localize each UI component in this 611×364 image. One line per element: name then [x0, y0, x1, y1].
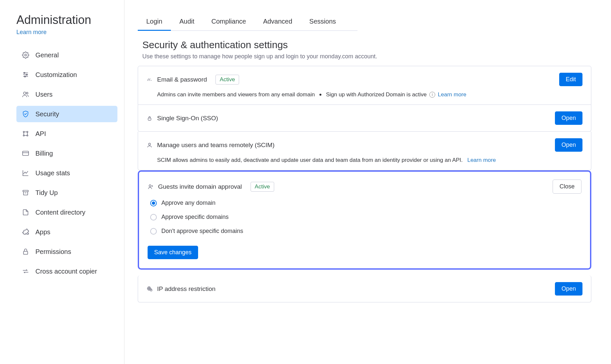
page-title: Security & authentication settings	[138, 39, 591, 50]
svg-point-0	[25, 54, 27, 56]
sidebar-item-label: API	[35, 130, 46, 138]
sidebar-item-label: Security	[35, 110, 59, 118]
card-title: IP address restriction	[157, 285, 215, 293]
tabs: Login Audit Compliance Advanced Sessions	[138, 13, 357, 31]
sidebar-item-label: General	[35, 51, 59, 59]
card-title: Email & password	[157, 76, 207, 83]
radio-label: Don't approve specific domains	[161, 228, 243, 235]
open-button[interactable]: Open	[555, 111, 582, 125]
svg-point-18	[151, 80, 151, 81]
svg-rect-13	[23, 151, 29, 156]
sidebar-item-api[interactable]: API	[16, 125, 117, 142]
users-icon	[22, 90, 30, 98]
puzzle-icon	[22, 228, 30, 236]
sidebar-item-label: Cross account copier	[35, 267, 97, 275]
status-badge: Active	[215, 75, 239, 85]
sidebar-item-label: Billing	[35, 149, 53, 157]
svg-point-10	[27, 131, 28, 133]
card-email-password: Email & password Active Edit Admins can …	[138, 66, 591, 105]
svg-rect-19	[148, 118, 151, 120]
radio-indicator	[150, 214, 157, 220]
transfer-icon	[22, 267, 30, 275]
tab-audit[interactable]: Audit	[171, 13, 203, 30]
tab-compliance[interactable]: Compliance	[203, 13, 255, 30]
shield-icon	[22, 110, 30, 118]
globe-lock-icon	[147, 286, 153, 292]
sidebar-item-label: Usage stats	[35, 169, 70, 177]
sidebar-item-tidy-up[interactable]: Tidy Up	[16, 184, 117, 201]
save-changes-button[interactable]: Save changes	[148, 246, 198, 259]
card-sso: Single Sign-On (SSO) Open	[138, 105, 591, 132]
archive-icon	[22, 189, 30, 197]
card-ip-restriction: IP address restriction Open	[138, 276, 591, 302]
sidebar-item-label: Customization	[35, 71, 77, 79]
svg-rect-15	[23, 190, 29, 192]
svg-point-9	[23, 131, 25, 133]
open-button[interactable]: Open	[555, 138, 582, 152]
svg-point-11	[23, 135, 25, 136]
svg-point-20	[149, 143, 151, 145]
learn-more-link[interactable]: Learn more	[438, 91, 466, 98]
radio-label: Approve any domain	[161, 200, 215, 206]
page-subtitle: Use these settings to manage how people …	[138, 53, 591, 60]
svg-point-8	[26, 92, 28, 94]
close-button[interactable]: Close	[553, 180, 581, 194]
credit-card-icon	[22, 149, 30, 157]
lock-icon	[22, 248, 30, 256]
desc-text: Admins can invite members and viewers fr…	[157, 91, 315, 98]
edit-button[interactable]: Edit	[559, 73, 582, 86]
sidebar-item-cross-account-copier[interactable]: Cross account copier	[16, 263, 117, 279]
svg-point-7	[24, 92, 26, 94]
sidebar-item-permissions[interactable]: Permissions	[16, 243, 117, 260]
document-icon	[22, 208, 30, 216]
radio-option-specific-domains[interactable]: Approve specific domains	[150, 214, 581, 220]
card-title: Guests invite domain approval	[158, 183, 242, 190]
sidebar-item-security[interactable]: Security	[16, 106, 117, 122]
tab-login[interactable]: Login	[138, 13, 171, 30]
sidebar-item-label: Content directory	[35, 208, 85, 216]
card-guests-invite: Guests invite domain approval Active Clo…	[138, 170, 591, 270]
radio-option-dont-approve[interactable]: Don't approve specific domains	[150, 228, 581, 235]
sidebar-item-usage-stats[interactable]: Usage stats	[16, 165, 117, 181]
sidebar-item-label: Users	[35, 90, 52, 98]
info-icon[interactable]: i	[429, 92, 435, 98]
sidebar-item-apps[interactable]: Apps	[16, 224, 117, 240]
radio-label: Approve specific domains	[161, 214, 229, 220]
separator-dot	[319, 94, 321, 96]
svg-rect-17	[24, 251, 28, 254]
sidebar-item-customization[interactable]: Customization	[16, 67, 117, 83]
sidebar-item-general[interactable]: General	[16, 47, 117, 63]
sidebar: Administration Learn more General Custom…	[0, 0, 125, 364]
chart-icon	[22, 169, 30, 177]
radio-option-any-domain[interactable]: Approve any domain	[150, 200, 581, 206]
sidebar-item-billing[interactable]: Billing	[16, 145, 117, 162]
sidebar-title: Administration	[16, 13, 117, 27]
tab-advanced[interactable]: Advanced	[255, 13, 301, 30]
sliders-icon	[22, 71, 30, 79]
api-icon	[22, 130, 30, 138]
monday-logo-icon	[147, 76, 153, 83]
svg-point-12	[27, 135, 28, 136]
sidebar-item-label: Permissions	[35, 248, 71, 256]
learn-more-link[interactable]: Learn more	[467, 157, 496, 163]
user-plus-icon	[148, 183, 154, 190]
radio-indicator	[150, 200, 157, 206]
open-button[interactable]: Open	[555, 282, 582, 296]
main-content: Login Audit Compliance Advanced Sessions…	[125, 0, 611, 364]
radio-group: Approve any domain Approve specific doma…	[148, 200, 581, 235]
card-description: SCIM allows admins to easily add, deacti…	[157, 157, 463, 163]
lock-icon	[147, 115, 153, 122]
status-badge: Active	[251, 182, 274, 192]
card-title: Single Sign-On (SSO)	[157, 115, 218, 122]
card-description: Admins can invite members and viewers fr…	[147, 91, 582, 98]
sidebar-learn-more-link[interactable]: Learn more	[16, 29, 47, 36]
desc-text: Sign up with Authorized Domain is active	[326, 91, 427, 98]
tab-sessions[interactable]: Sessions	[301, 13, 344, 30]
user-icon	[147, 142, 153, 148]
gear-icon	[22, 51, 30, 59]
card-title: Manage users and teams remotely (SCIM)	[157, 142, 275, 149]
sidebar-item-label: Tidy Up	[35, 189, 58, 197]
sidebar-item-users[interactable]: Users	[16, 86, 117, 103]
sidebar-item-content-directory[interactable]: Content directory	[16, 204, 117, 220]
radio-indicator	[150, 228, 157, 235]
